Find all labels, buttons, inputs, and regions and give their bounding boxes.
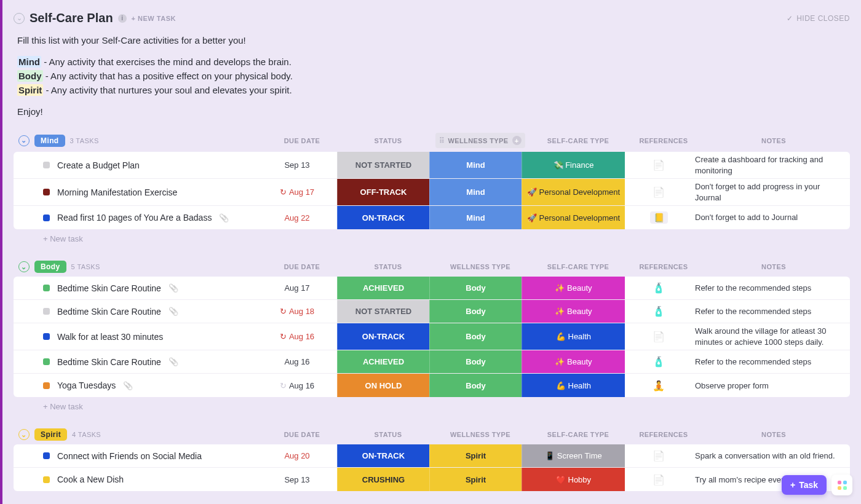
column-header-due[interactable]: DUE DATE bbox=[262, 263, 342, 270]
group-collapse-toggle[interactable]: ⌄ bbox=[18, 429, 30, 440]
status-cell[interactable]: OFF-TRACK bbox=[337, 179, 429, 205]
status-square-icon[interactable] bbox=[43, 333, 50, 340]
column-header-due[interactable]: DUE DATE bbox=[262, 431, 342, 438]
notes-cell[interactable]: Refer to the recommended steps bbox=[692, 300, 850, 323]
status-square-icon[interactable] bbox=[43, 215, 50, 221]
wellness-type-cell[interactable]: Body bbox=[429, 374, 522, 397]
group-pill[interactable]: Mind bbox=[34, 135, 65, 147]
column-header-status[interactable]: STATUS bbox=[342, 137, 434, 144]
group-collapse-toggle[interactable]: ⌄ bbox=[18, 261, 30, 272]
column-header-references[interactable]: REFERENCES bbox=[630, 263, 697, 270]
status-cell[interactable]: ON-TRACK bbox=[337, 444, 429, 467]
references-cell[interactable]: 🧴 bbox=[625, 350, 692, 373]
column-header-wellness[interactable]: WELLNESS TYPE bbox=[434, 263, 526, 270]
status-square-icon[interactable] bbox=[43, 162, 50, 168]
due-date-cell[interactable]: Aug 17 bbox=[257, 277, 337, 299]
new-task-row-button[interactable]: + New task bbox=[14, 229, 850, 248]
due-date-cell[interactable]: ↻Aug 16 bbox=[257, 374, 337, 397]
notes-cell[interactable]: Observe proper form bbox=[692, 374, 850, 397]
task-row[interactable]: Read first 10 pages of You Are a Badass📎… bbox=[14, 206, 850, 229]
column-header-care[interactable]: SELF-CARE TYPE bbox=[526, 137, 630, 144]
new-task-row-button[interactable]: + New task bbox=[14, 397, 850, 416]
wellness-type-cell[interactable]: Mind bbox=[429, 152, 522, 178]
info-icon[interactable]: i bbox=[118, 14, 127, 23]
column-header-care[interactable]: SELF-CARE TYPE bbox=[526, 263, 630, 270]
column-header-due[interactable]: DUE DATE bbox=[262, 137, 342, 144]
status-cell[interactable]: NOT STARTED bbox=[337, 300, 429, 323]
selfcare-type-cell[interactable]: 🚀 Personal Development bbox=[522, 179, 625, 205]
attachment-icon[interactable]: 📎 bbox=[219, 213, 229, 222]
task-name[interactable]: Walk for at least 30 minutes bbox=[57, 332, 163, 342]
status-square-icon[interactable] bbox=[43, 476, 50, 483]
wellness-type-cell[interactable]: Body bbox=[429, 323, 522, 350]
status-cell[interactable]: ON-TRACK bbox=[337, 323, 429, 350]
task-name[interactable]: Bedtime Skin Care Routine bbox=[57, 307, 161, 317]
column-header-notes[interactable]: NOTES bbox=[697, 263, 850, 270]
wellness-type-cell[interactable]: Body bbox=[429, 300, 522, 323]
wellness-type-cell[interactable]: Spirit bbox=[429, 468, 522, 491]
notes-cell[interactable]: Spark a conversation with an old friend. bbox=[692, 444, 850, 467]
attachment-icon[interactable]: 📎 bbox=[169, 307, 178, 316]
references-cell[interactable]: 📄 bbox=[625, 152, 692, 178]
task-row[interactable]: Morning Manifestation Exercise↻Aug 17OFF… bbox=[14, 179, 850, 206]
selfcare-type-cell[interactable]: ✨ Beauty bbox=[522, 350, 625, 373]
notes-cell[interactable]: Don't forget to add progress in your Jou… bbox=[692, 179, 850, 205]
wellness-type-cell[interactable]: Mind bbox=[429, 179, 522, 205]
column-header-references[interactable]: REFERENCES bbox=[630, 431, 697, 438]
wellness-type-cell[interactable]: Body bbox=[429, 277, 522, 299]
references-cell[interactable]: 📄 bbox=[625, 323, 692, 350]
status-cell[interactable]: CRUSHING bbox=[337, 468, 429, 491]
due-date-cell[interactable]: ↻Aug 17 bbox=[257, 179, 337, 205]
column-header-wellness[interactable]: ⠿WELLNESS TYPE+ bbox=[434, 133, 526, 148]
notes-cell[interactable]: Don't forget to add to Journal bbox=[692, 206, 850, 229]
due-date-cell[interactable]: Sep 13 bbox=[257, 152, 337, 178]
task-row[interactable]: Cook a New DishSep 13CRUSHINGSpirit❤️ Ho… bbox=[14, 468, 850, 491]
references-cell[interactable]: 🧴 bbox=[625, 277, 692, 299]
status-square-icon[interactable] bbox=[43, 189, 50, 195]
group-collapse-toggle[interactable]: ⌄ bbox=[18, 135, 30, 146]
new-task-fab[interactable]: + Task bbox=[782, 475, 827, 495]
task-row[interactable]: Bedtime Skin Care Routine📎Aug 17ACHIEVED… bbox=[14, 277, 850, 300]
due-date-cell[interactable]: Sep 13 bbox=[257, 468, 337, 491]
column-header-status[interactable]: STATUS bbox=[342, 431, 434, 438]
status-square-icon[interactable] bbox=[43, 358, 50, 365]
selfcare-type-cell[interactable]: 🚀 Personal Development bbox=[522, 206, 625, 229]
references-cell[interactable]: 📄 bbox=[625, 179, 692, 205]
references-cell[interactable]: 📄 bbox=[625, 444, 692, 467]
due-date-cell[interactable]: ↻Aug 18 bbox=[257, 300, 337, 323]
status-square-icon[interactable] bbox=[43, 382, 50, 389]
column-header-notes[interactable]: NOTES bbox=[697, 137, 850, 144]
selfcare-type-cell[interactable]: ✨ Beauty bbox=[522, 300, 625, 323]
column-header-wellness[interactable]: WELLNESS TYPE bbox=[434, 431, 526, 438]
task-name[interactable]: Cook a New Dish bbox=[57, 474, 124, 484]
notes-cell[interactable]: Create a dashboard for tracking and moni… bbox=[692, 152, 850, 178]
references-cell[interactable]: 📒 bbox=[625, 206, 692, 229]
column-header-status[interactable]: STATUS bbox=[342, 263, 434, 270]
list-collapse-toggle[interactable]: ⌄ bbox=[14, 13, 25, 24]
status-cell[interactable]: ACHIEVED bbox=[337, 277, 429, 299]
status-square-icon[interactable] bbox=[43, 452, 50, 459]
selfcare-type-cell[interactable]: ❤️ Hobby bbox=[522, 468, 625, 491]
task-name[interactable]: Create a Budget Plan bbox=[57, 160, 140, 170]
apps-button[interactable] bbox=[831, 474, 852, 495]
selfcare-type-cell[interactable]: 📱 Screen Time bbox=[522, 444, 625, 467]
selfcare-type-cell[interactable]: 💪 Health bbox=[522, 323, 625, 350]
task-name[interactable]: Bedtime Skin Care Routine bbox=[57, 357, 161, 367]
group-pill[interactable]: Body bbox=[34, 261, 66, 273]
due-date-cell[interactable]: Aug 22 bbox=[257, 206, 337, 229]
attachment-icon[interactable]: 📎 bbox=[169, 283, 178, 293]
selfcare-type-cell[interactable]: ✨ Beauty bbox=[522, 277, 625, 299]
task-name[interactable]: Morning Manifestation Exercise bbox=[57, 187, 177, 197]
status-cell[interactable]: ON HOLD bbox=[337, 374, 429, 397]
task-name[interactable]: Read first 10 pages of You Are a Badass bbox=[57, 213, 212, 222]
task-row[interactable]: Walk for at least 30 minutes↻Aug 16ON-TR… bbox=[14, 323, 850, 350]
due-date-cell[interactable]: Aug 16 bbox=[257, 350, 337, 373]
references-cell[interactable]: 📄 bbox=[625, 468, 692, 491]
status-square-icon[interactable] bbox=[43, 308, 50, 315]
status-cell[interactable]: ACHIEVED bbox=[337, 350, 429, 373]
add-column-icon[interactable]: + bbox=[512, 136, 522, 145]
wellness-type-cell[interactable]: Body bbox=[429, 350, 522, 373]
task-row[interactable]: Create a Budget PlanSep 13NOT STARTEDMin… bbox=[14, 152, 850, 179]
status-square-icon[interactable] bbox=[43, 285, 50, 291]
notes-cell[interactable]: Refer to the recommended steps bbox=[692, 350, 850, 373]
